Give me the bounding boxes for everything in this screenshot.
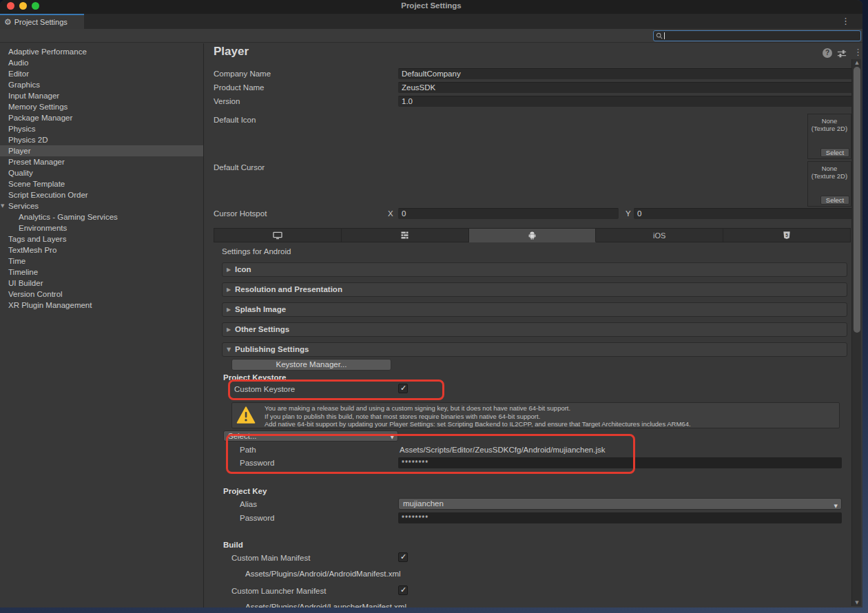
svg-text:5: 5 (785, 233, 788, 238)
scroll-up-icon[interactable]: ▲ (852, 60, 862, 65)
platform-tab-webgl[interactable]: 5 (723, 228, 851, 242)
default-cursor-select-button[interactable]: Select (820, 196, 849, 205)
scroll-down-icon[interactable]: ▼ (852, 600, 862, 605)
titlebar: Project Settings (0, 0, 862, 14)
default-cursor-label: Default Cursor (214, 163, 265, 172)
default-icon-texture-well[interactable]: None (Texture 2D) Select (807, 114, 851, 159)
warning-icon (236, 406, 256, 424)
section-header[interactable]: Splash Image (222, 302, 847, 317)
annotation-box-path-password (226, 434, 635, 474)
platform-tab-bar: iOS 5 (214, 228, 851, 242)
sidebar-item[interactable]: Version Control (0, 289, 203, 300)
help-icon[interactable]: ? (823, 48, 832, 58)
sidebar-item[interactable]: Physics (0, 123, 203, 134)
sidebar-item[interactable]: Services (0, 200, 203, 211)
platform-tab-dedicated-server[interactable] (342, 228, 469, 242)
sidebar-item[interactable]: Physics 2D (0, 134, 203, 145)
hotspot-x-input[interactable]: 0 (398, 208, 619, 219)
launcher-manifest-path: Assets/Plugins/Android/LauncherManifest.… (245, 603, 406, 607)
project-key-heading: Project Key (223, 487, 267, 495)
settings-category-list: Adaptive Performance Audio Editor Graphi… (0, 43, 204, 607)
sidebar-item[interactable]: Analytics - Gaming Services (0, 211, 203, 222)
sidebar-item[interactable]: Environments (0, 222, 203, 233)
tab-project-settings[interactable]: ⚙ Project Settings (0, 14, 84, 29)
sidebar-item[interactable]: Scene Template (0, 178, 203, 189)
tabbar-menu-icon[interactable]: ⋮ (841, 17, 850, 25)
default-cursor-texture-well[interactable]: None (Texture 2D) Select (807, 161, 851, 207)
sidebar-item[interactable]: TextMesh Pro (0, 245, 203, 256)
version-label: Version (214, 97, 240, 105)
tab-label: Project Settings (14, 18, 68, 26)
settings-for-android-label: Settings for Android (222, 247, 291, 256)
sidebar-item[interactable]: Memory Settings (0, 101, 203, 112)
build-heading: Build (223, 541, 243, 549)
sidebar-item[interactable]: Preset Manager (0, 156, 203, 167)
gear-icon: ⚙ (4, 18, 12, 26)
sidebar-item[interactable]: UI Builder (0, 278, 203, 289)
sidebar-item[interactable]: Timeline (0, 267, 203, 278)
hotspot-x-label: X (388, 209, 393, 218)
monitor-icon (272, 230, 283, 241)
sidebar-item[interactable]: Player (0, 145, 203, 156)
sidebar-item[interactable]: Script Execution Order (0, 189, 203, 200)
player-settings-panel: Player ? ⋮ Company Name DefaultCompany P… (205, 43, 862, 607)
default-icon-label: Default Icon (214, 116, 256, 124)
warning-text: You are making a release build and using… (265, 404, 691, 428)
content-area: Adaptive Performance Audio Editor Graphi… (0, 43, 862, 607)
server-icon (400, 230, 410, 240)
company-name-input[interactable]: DefaultCompany (398, 68, 854, 79)
version-input[interactable]: 1.0 (398, 96, 854, 107)
texture-none-text: None (808, 165, 851, 172)
sidebar-item[interactable]: XR Plugin Management (0, 300, 203, 311)
sidebar-item[interactable]: Graphics (0, 79, 203, 90)
custom-launcher-manifest-checkbox[interactable] (398, 585, 408, 595)
platform-tab-standalone[interactable] (214, 228, 342, 242)
scrollbar-thumb[interactable] (854, 67, 860, 333)
section-header[interactable]: Icon (222, 262, 847, 277)
warning-helpbox: You are making a release build and using… (231, 402, 840, 428)
texture-none-text: None (808, 117, 851, 125)
hotspot-y-input[interactable]: 0 (634, 208, 854, 219)
texture-type-text: (Texture 2D) (808, 172, 851, 180)
ios-tab-label: iOS (653, 231, 665, 240)
sidebar-item[interactable]: Adaptive Performance (0, 46, 203, 57)
toolbar (0, 29, 862, 43)
section-header[interactable]: Other Settings (222, 322, 847, 337)
sidebar-item[interactable]: Quality (0, 167, 203, 178)
custom-main-manifest-checkbox[interactable] (398, 552, 408, 562)
webgl-icon: 5 (782, 230, 792, 240)
android-icon (527, 230, 537, 240)
sidebar-item[interactable]: Editor (0, 68, 203, 79)
hotspot-y-label: Y (626, 209, 631, 218)
vertical-scrollbar[interactable]: ▲ ▼ (851, 59, 861, 606)
default-icon-select-button[interactable]: Select (820, 148, 849, 157)
key-password-label: Password (240, 514, 275, 522)
section-header[interactable]: Publishing Settings (222, 342, 847, 357)
window-title: Project Settings (0, 1, 862, 10)
alias-label: Alias (240, 500, 257, 508)
sidebar-item[interactable]: Time (0, 256, 203, 267)
section-header[interactable]: Resolution and Presentation (222, 282, 847, 297)
product-name-input[interactable]: ZeusSDK (398, 82, 854, 93)
platform-tab-ios[interactable]: iOS (596, 228, 723, 242)
search-icon (656, 32, 663, 39)
chevron-down-icon: ▼ (834, 501, 838, 511)
custom-launcher-manifest-label: Custom Launcher Manifest (231, 587, 326, 595)
presets-icon[interactable] (837, 49, 847, 59)
search-input[interactable] (653, 30, 861, 41)
alias-dropdown[interactable]: mujianchen ▼ (398, 498, 842, 510)
sidebar-item[interactable]: Tags and Layers (0, 233, 203, 245)
platform-tab-android[interactable] (469, 228, 597, 242)
annotation-box-custom-keystore (228, 380, 444, 400)
sidebar-item[interactable]: Package Manager (0, 112, 203, 123)
key-password-input[interactable]: ******** (398, 512, 842, 523)
sidebar-item[interactable]: Input Manager (0, 90, 203, 101)
cursor-hotspot-label: Cursor Hotspot (214, 209, 267, 218)
sidebar-item[interactable]: Audio (0, 57, 203, 68)
main-manifest-path: Assets/Plugins/Android/AndroidManifest.x… (245, 570, 401, 578)
project-settings-window: Project Settings ⚙ Project Settings ⋮ Ad… (0, 0, 862, 607)
keystore-manager-button[interactable]: Keystore Manager... (231, 359, 391, 371)
tab-bar: ⚙ Project Settings ⋮ (0, 14, 862, 29)
panel-menu-icon[interactable]: ⋮ (854, 48, 862, 56)
alias-value: mujianchen (403, 499, 444, 508)
